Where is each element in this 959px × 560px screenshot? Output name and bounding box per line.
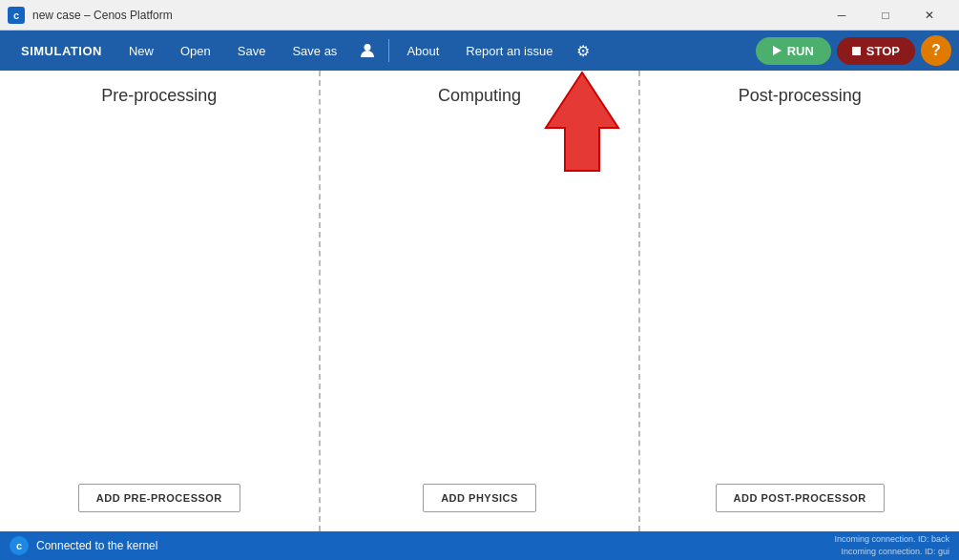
status-text: Connected to the kernel bbox=[36, 539, 826, 552]
titlebar: c new case – Cenos Platform ─ □ ✕ bbox=[0, 0, 959, 31]
user-icon-button[interactable] bbox=[350, 33, 385, 68]
post-processing-content bbox=[640, 117, 959, 472]
minimize-button[interactable]: ─ bbox=[820, 0, 864, 31]
post-processing-title: Post-processing bbox=[640, 86, 959, 117]
add-preprocessor-button[interactable]: ADD PRE-PROCESSOR bbox=[78, 484, 240, 512]
status-icon: c bbox=[10, 536, 29, 555]
menu-open[interactable]: Open bbox=[167, 31, 224, 71]
pre-processing-footer: ADD PRE-PROCESSOR bbox=[0, 472, 319, 516]
computing-content bbox=[321, 117, 639, 472]
maximize-button[interactable]: □ bbox=[864, 0, 907, 31]
stop-button[interactable]: STOP bbox=[837, 37, 915, 65]
menu-save-as[interactable]: Save as bbox=[279, 31, 350, 71]
settings-button[interactable]: ⚙ bbox=[566, 33, 600, 68]
add-postprocessor-button[interactable]: ADD POST-PROCESSOR bbox=[716, 484, 885, 512]
help-label: ? bbox=[931, 42, 941, 59]
computing-footer: ADD PHYSICS bbox=[321, 472, 639, 516]
pre-processing-title: Pre-processing bbox=[0, 86, 319, 117]
help-button[interactable]: ? bbox=[921, 35, 951, 66]
gear-icon: ⚙ bbox=[576, 42, 590, 60]
main-content: Pre-processing ADD PRE-PROCESSOR Computi… bbox=[0, 71, 959, 531]
window-title: new case – Cenos Platform bbox=[32, 9, 820, 22]
close-button[interactable]: ✕ bbox=[907, 0, 951, 31]
play-icon bbox=[773, 46, 782, 55]
menu-simulation[interactable]: SIMULATION bbox=[8, 31, 115, 71]
menu-new[interactable]: New bbox=[115, 31, 167, 71]
add-physics-button[interactable]: ADD PHYSICS bbox=[423, 484, 536, 512]
menubar: SIMULATION New Open Save Save as About R… bbox=[0, 31, 959, 71]
app-icon: c bbox=[8, 7, 25, 24]
run-button[interactable]: RUN bbox=[756, 37, 831, 65]
computing-panel: Computing ADD PHYSICS bbox=[321, 71, 641, 531]
stop-icon bbox=[852, 47, 861, 55]
svg-point-0 bbox=[365, 44, 371, 51]
menu-divider-1 bbox=[388, 39, 389, 62]
menu-about[interactable]: About bbox=[393, 31, 452, 71]
post-processing-panel: Post-processing ADD POST-PROCESSOR bbox=[640, 71, 959, 531]
computing-title: Computing bbox=[321, 86, 639, 117]
run-label: RUN bbox=[787, 44, 814, 58]
stop-label: STOP bbox=[866, 44, 900, 58]
menu-report-issue[interactable]: Report an issue bbox=[452, 31, 566, 71]
menu-save[interactable]: Save bbox=[224, 31, 280, 71]
window-controls: ─ □ ✕ bbox=[820, 0, 951, 31]
statusbar: c Connected to the kernel Backend server… bbox=[0, 531, 959, 560]
user-icon bbox=[359, 42, 376, 59]
post-processing-footer: ADD POST-PROCESSOR bbox=[640, 472, 959, 516]
pre-processing-content bbox=[0, 117, 319, 472]
pre-processing-panel: Pre-processing ADD PRE-PROCESSOR bbox=[0, 71, 321, 531]
